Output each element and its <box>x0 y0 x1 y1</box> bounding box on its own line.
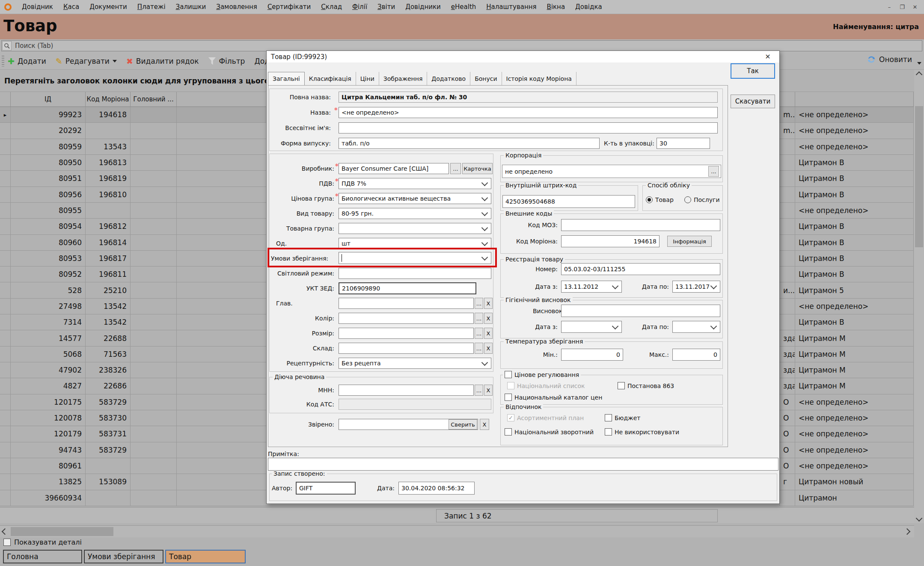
table-cell[interactable]: О <box>780 394 795 410</box>
table-cell[interactable]: <не определено> <box>795 203 914 219</box>
recipe-select[interactable]: Без рецепта <box>339 358 491 369</box>
table-cell[interactable] <box>0 442 11 458</box>
table-cell[interactable]: 25210 <box>86 282 131 298</box>
table-cell[interactable] <box>131 474 177 490</box>
table-cell[interactable] <box>131 426 177 442</box>
table-cell[interactable]: <не определено> <box>795 139 914 155</box>
table-cell[interactable] <box>0 219 11 234</box>
table-cell[interactable]: Цитрамон 5 <box>795 282 914 298</box>
filter-button[interactable]: Фільтр <box>208 57 245 65</box>
table-cell[interactable] <box>0 394 11 410</box>
column-header-Головний ...[interactable]: Головний ... <box>131 92 177 107</box>
table-cell[interactable]: Цитрамон В <box>795 267 914 282</box>
not-used-checkbox[interactable]: Не використовувати <box>605 428 721 436</box>
table-cell[interactable] <box>131 139 177 155</box>
unit-select[interactable]: шт <box>339 238 491 249</box>
table-cell[interactable] <box>131 251 177 267</box>
table-cell[interactable]: зда <box>780 362 795 378</box>
table-cell[interactable]: 80956 <box>11 187 86 203</box>
table-cell[interactable] <box>131 442 177 458</box>
table-cell[interactable] <box>0 139 11 155</box>
table-cell[interactable]: Цитрамон В <box>795 314 914 330</box>
mnn-browse-button[interactable]: ... <box>475 385 483 396</box>
conclusion-field[interactable] <box>561 305 720 317</box>
tab-istoria[interactable]: Історія коду Моріона <box>502 72 576 85</box>
sklad-field[interactable] <box>339 343 474 354</box>
table-cell[interactable]: зда <box>780 378 795 394</box>
table-cell[interactable]: 80955 <box>11 203 86 219</box>
scroll-right-icon[interactable] <box>902 527 912 536</box>
table-cell[interactable]: 528 <box>11 282 86 298</box>
table-cell[interactable]: 4827 <box>11 378 86 394</box>
table-cell[interactable]: 196814 <box>86 235 131 251</box>
table-cell[interactable] <box>131 490 177 506</box>
table-cell[interactable]: 22688 <box>86 330 131 346</box>
table-cell[interactable]: Цитрамон В <box>795 187 914 203</box>
tab-ciny[interactable]: Ціни <box>356 72 379 85</box>
table-cell[interactable] <box>0 299 11 314</box>
menu-item-Довідка[interactable]: Довідка <box>570 3 607 11</box>
vertical-scroll-thumb[interactable] <box>915 106 923 247</box>
product-kind-select[interactable]: 80-95 грн. <box>339 208 491 219</box>
table-cell[interactable]: 196810 <box>86 187 131 203</box>
table-cell[interactable]: <не определено> <box>795 394 914 410</box>
table-cell[interactable] <box>131 155 177 171</box>
national-return-checkbox[interactable]: Національний зворотний <box>505 428 602 436</box>
mnn-field[interactable] <box>339 385 474 396</box>
table-cell[interactable]: <не определено> <box>795 458 914 474</box>
table-cell[interactable] <box>0 490 11 506</box>
light-mode-field[interactable] <box>339 268 491 279</box>
table-cell[interactable] <box>131 394 177 410</box>
product-group-select[interactable] <box>339 223 491 234</box>
table-cell[interactable]: Цитрамон новый <box>795 474 914 490</box>
tab-dodatkovo[interactable]: Додатково <box>427 72 470 85</box>
table-cell[interactable]: Цитрамон <box>795 490 914 506</box>
horizontal-scroll-thumb[interactable] <box>11 527 113 536</box>
table-cell[interactable]: 80953 <box>11 251 86 267</box>
menu-item-Документи[interactable]: Документи <box>84 3 132 11</box>
postanova-checkbox[interactable]: Постанова 863 <box>618 382 674 389</box>
restore-button[interactable]: ❐ <box>896 2 909 12</box>
table-cell[interactable] <box>0 187 11 203</box>
scroll-up-icon[interactable] <box>914 70 924 80</box>
table-cell[interactable]: Цитрамон М <box>795 362 914 378</box>
search-box[interactable] <box>1 40 922 51</box>
table-cell[interactable] <box>131 123 177 139</box>
table-cell[interactable]: 120078 <box>11 410 86 426</box>
column-header-Код Моріона[interactable]: Код Моріона <box>86 92 131 107</box>
refresh-button[interactable]: Оновити <box>867 55 912 64</box>
table-cell[interactable]: Цитрамон В <box>795 235 914 251</box>
hyg-date-to-select[interactable] <box>672 321 720 333</box>
menu-item-Налаштування[interactable]: Налаштування <box>481 3 541 11</box>
producer-card-button[interactable]: Карточка <box>462 163 493 174</box>
glav-clear-button[interactable]: X <box>484 298 493 309</box>
glav-field[interactable] <box>339 298 474 309</box>
table-cell[interactable] <box>86 123 131 139</box>
table-cell[interactable] <box>0 171 11 187</box>
show-details-checkbox[interactable]: Показувати деталі <box>3 538 82 546</box>
pack-qty-field[interactable]: 30 <box>657 138 710 149</box>
temp-min-field[interactable]: 0 <box>561 349 623 361</box>
info-button[interactable]: Інформація <box>667 236 712 247</box>
table-cell[interactable] <box>86 490 131 506</box>
table-cell[interactable]: Цитрамон В <box>795 155 914 171</box>
table-cell[interactable]: Цитрамон В <box>795 171 914 187</box>
menu-item-eHealth[interactable]: eHealth <box>446 3 481 11</box>
table-cell[interactable] <box>0 282 11 298</box>
table-cell[interactable]: 13543 <box>86 139 131 155</box>
table-cell[interactable] <box>0 474 11 490</box>
table-cell[interactable]: 120179 <box>11 426 86 442</box>
bottom-tab-umovy[interactable]: Умови зберігання <box>84 550 163 563</box>
corporation-browse-button[interactable]: ... <box>708 166 719 177</box>
table-cell[interactable]: 196812 <box>86 219 131 234</box>
table-cell[interactable] <box>131 362 177 378</box>
edit-button[interactable]: ✎ Редагувати <box>56 56 117 66</box>
table-cell[interactable]: 22686 <box>86 378 131 394</box>
moz-code-field[interactable] <box>561 219 720 231</box>
tab-klasyfikacia[interactable]: Класифікація <box>305 72 356 85</box>
table-cell[interactable]: 27498 <box>11 299 86 314</box>
table-cell[interactable]: <не определено> <box>795 410 914 426</box>
menu-item-Філії[interactable]: Філії <box>347 3 372 11</box>
table-cell[interactable]: 80951 <box>11 171 86 187</box>
table-cell[interactable] <box>0 410 11 426</box>
